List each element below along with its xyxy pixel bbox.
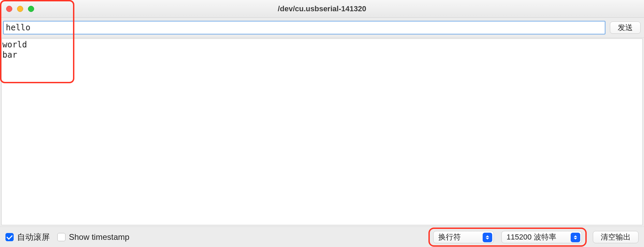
autoscroll-label: 自动滚屏 (17, 232, 50, 243)
baud-rate-select[interactable]: 115200 波特率 (501, 231, 582, 243)
traffic-lights (0, 6, 34, 12)
footer-left: 自动滚屏 Show timestamp (5, 232, 129, 243)
chevron-updown-icon (483, 233, 492, 242)
command-input[interactable] (3, 21, 605, 34)
title-bar: /dev/cu.usbserial-141320 (0, 0, 644, 18)
serial-monitor-window: /dev/cu.usbserial-141320 发送 world bar 自动… (0, 0, 644, 247)
show-timestamp-option[interactable]: Show timestamp (57, 232, 129, 242)
command-input-row: 发送 (0, 18, 644, 38)
window-title: /dev/cu.usbserial-141320 (0, 4, 644, 13)
show-timestamp-label: Show timestamp (69, 232, 129, 242)
annotation-highlight-dropdowns: 换行符 115200 波特率 (428, 228, 587, 247)
footer-bar: 自动滚屏 Show timestamp 换行符 115200 波特率 清空输出 (0, 227, 644, 247)
autoscroll-checkbox[interactable] (5, 233, 14, 241)
chevron-updown-icon (571, 233, 580, 242)
serial-output-area[interactable]: world bar (1, 39, 643, 225)
maximize-icon[interactable] (28, 6, 34, 12)
baud-rate-value: 115200 波特率 (507, 232, 556, 242)
clear-output-button[interactable]: 清空输出 (593, 231, 639, 243)
line-ending-select[interactable]: 换行符 (433, 231, 494, 243)
line-ending-value: 换行符 (438, 232, 461, 242)
show-timestamp-checkbox[interactable] (57, 233, 65, 241)
minimize-icon[interactable] (17, 6, 23, 12)
close-icon[interactable] (6, 6, 12, 12)
autoscroll-option[interactable]: 自动滚屏 (5, 232, 50, 243)
send-button[interactable]: 发送 (610, 21, 641, 34)
